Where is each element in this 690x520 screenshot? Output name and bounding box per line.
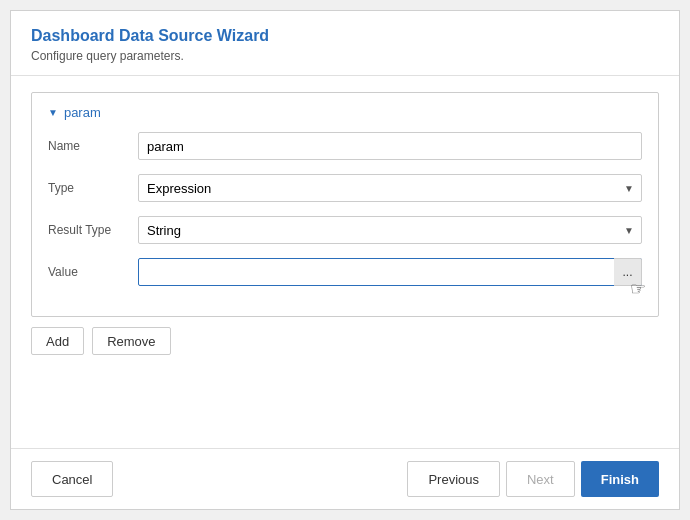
type-label: Type bbox=[48, 181, 138, 195]
wizard-container: Dashboard Data Source Wizard Configure q… bbox=[10, 10, 680, 510]
param-panel: ▼ param Name Type Expression Static bbox=[31, 92, 659, 317]
wizard-title: Dashboard Data Source Wizard bbox=[31, 27, 659, 45]
wizard-header: Dashboard Data Source Wizard Configure q… bbox=[11, 11, 679, 76]
result-type-row: Result Type String Integer Float Boolean… bbox=[48, 216, 642, 244]
result-type-label: Result Type bbox=[48, 223, 138, 237]
value-input[interactable] bbox=[138, 258, 642, 286]
cancel-button[interactable]: Cancel bbox=[31, 461, 113, 497]
name-input[interactable] bbox=[138, 132, 642, 160]
wizard-subtitle: Configure query parameters. bbox=[31, 49, 659, 63]
type-control: Expression Static Dynamic ▼ bbox=[138, 174, 642, 202]
param-header: ▼ param bbox=[48, 105, 642, 120]
param-title: param bbox=[64, 105, 101, 120]
add-button[interactable]: Add bbox=[31, 327, 84, 355]
next-button[interactable]: Next bbox=[506, 461, 575, 497]
collapse-icon[interactable]: ▼ bbox=[48, 107, 58, 118]
result-type-control: String Integer Float Boolean Date ▼ bbox=[138, 216, 642, 244]
result-type-select[interactable]: String Integer Float Boolean Date bbox=[138, 216, 642, 244]
previous-button[interactable]: Previous bbox=[407, 461, 500, 497]
value-control: ... ☞ bbox=[138, 258, 642, 286]
remove-button[interactable]: Remove bbox=[92, 327, 170, 355]
wizard-body: ▼ param Name Type Expression Static bbox=[11, 76, 679, 448]
value-input-wrapper: ... ☞ bbox=[138, 258, 642, 286]
name-label: Name bbox=[48, 139, 138, 153]
value-row: Value ... ☞ bbox=[48, 258, 642, 286]
value-browse-button[interactable]: ... bbox=[614, 258, 642, 286]
finish-button[interactable]: Finish bbox=[581, 461, 659, 497]
wizard-footer: Cancel Previous Next Finish bbox=[11, 448, 679, 509]
type-row: Type Expression Static Dynamic ▼ bbox=[48, 174, 642, 202]
footer-right: Previous Next Finish bbox=[407, 461, 659, 497]
value-label: Value bbox=[48, 265, 138, 279]
name-row: Name bbox=[48, 132, 642, 160]
name-control bbox=[138, 132, 642, 160]
footer-left: Cancel bbox=[31, 461, 113, 497]
type-select-wrapper: Expression Static Dynamic ▼ bbox=[138, 174, 642, 202]
type-select[interactable]: Expression Static Dynamic bbox=[138, 174, 642, 202]
result-type-select-wrapper: String Integer Float Boolean Date ▼ bbox=[138, 216, 642, 244]
add-remove-row: Add Remove bbox=[31, 327, 659, 355]
